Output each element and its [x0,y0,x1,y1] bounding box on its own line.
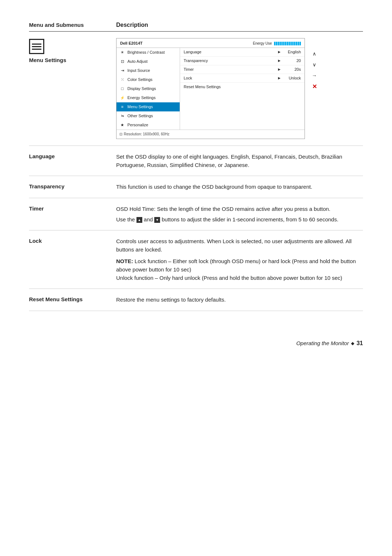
osd-menu-item-input[interactable]: ⇥ Input Source [117,66,180,75]
menu-line-1 [32,44,41,45]
osd-item-label: Energy Settings [127,95,156,101]
osd-right-label: Timer [184,66,276,73]
osd-menu-item-display[interactable]: □ Display Settings [117,84,180,93]
energy-block [278,42,279,45]
osd-title-bar: Dell E2014T Energy Use [117,38,305,48]
timer-menu-cell: Timer [29,198,116,230]
energy-block [287,42,288,45]
table-row: Transparency This function is used to ch… [29,176,363,198]
osd-right-spacer [180,91,305,106]
energy-block [289,42,290,45]
transparency-desc-cell: This function is used to change the OSD … [116,176,363,198]
osd-right-row-language: Language ▶ English [180,48,305,57]
nav-right-arrow[interactable]: → [309,71,319,81]
nav-arrows: ∧ ∨ → ✕ [309,49,319,92]
color-icon: ⁙ [119,77,125,83]
lock-desc-cell: Controls user access to adjustments. Whe… [116,230,363,289]
osd-item-label: Display Settings [127,86,156,92]
osd-right-value: 20 [283,58,301,64]
osd-right-label: Language [184,49,276,55]
language-desc-cell: Set the OSD display to one of eight lang… [116,146,363,176]
osd-menu-item-personalize[interactable]: ★ Personalize [117,120,180,130]
lock-menu-cell: Lock [29,230,116,289]
osd-menu-item-brightness[interactable]: ☀ Brightness / Contrast [117,48,180,57]
energy-block [283,42,285,45]
content-table: Menu Settings Dell E2014T Energy Use [29,32,363,311]
table-row: Reset Menu Settings Restore the menu set… [29,289,363,311]
energy-icon: ⚡ [119,95,125,101]
energy-blocks [274,42,301,45]
menu-icon: ≡ [119,104,125,110]
osd-container: Dell E2014T Energy Use [116,38,305,139]
energy-block [279,42,281,45]
transparency-menu-cell: Transparency [29,176,116,198]
osd-title: Dell E2014T [120,40,143,46]
energy-block [276,42,277,45]
osd-menu-item-menu[interactable]: ≡ Menu Settings [117,102,180,111]
lock-desc-p1: Controls user access to adjustments. Whe… [116,237,363,254]
energy-label: Energy Use [253,41,272,46]
timer-desc-line2: Use the ▲ and ▼ buttons to adjust the sl… [116,215,363,224]
table-row: Timer OSD Hold Time: Sets the length of … [29,198,363,230]
page-footer: Operating the Monitor ◆ 31 [29,340,363,347]
nav-up-arrow[interactable]: ∧ [309,49,319,59]
input-icon: ⇥ [119,68,125,74]
osd-right-arrow: ▶ [278,50,281,55]
osd-right-label: Reset Menu Settings [184,84,301,90]
osd-item-label: Other Settings [127,113,153,119]
table-header: Menu and Submenus Description [29,22,363,32]
osd-right-row-lock: Lock ▶ Unlock [180,74,305,83]
osd-item-label: Auto Adjust [127,58,148,65]
monitor-icon: ⊡ [119,131,122,137]
osd-right-panel: Language ▶ English Transparency ▶ 20 [180,48,305,130]
table-row: Menu Settings Dell E2014T Energy Use [29,32,363,146]
note-bold: NOTE: [116,258,133,264]
star-icon: ★ [119,122,125,128]
osd-menu-item-color[interactable]: ⁙ Color Settings [117,75,180,84]
header-desc-col: Description [116,22,363,28]
osd-right-label: Lock [184,75,276,81]
osd-box: Dell E2014T Energy Use [116,38,305,139]
osd-body: ☀ Brightness / Contrast ⊡ Auto Adjust ⇥ … [117,48,305,130]
language-menu-cell: Language [29,146,116,176]
osd-item-label: Input Source [127,68,150,74]
auto-icon: ⊡ [119,58,125,65]
osd-menu-item-other[interactable]: ≒ Other Settings [117,111,180,120]
brightness-icon: ☀ [119,49,125,56]
osd-right-row-transparency: Transparency ▶ 20 [180,57,305,65]
energy-block [299,42,301,45]
down-arrow-icon: ▼ [154,217,160,223]
energy-block [294,42,295,45]
energy-block [296,42,297,45]
nav-down-arrow[interactable]: ∨ [309,60,319,70]
osd-menu-item-energy[interactable]: ⚡ Energy Settings [117,93,180,102]
osd-item-label: Menu Settings [127,104,153,110]
osd-footer: ⊡ Resolution: 1600x900, 60Hz [117,130,305,139]
diamond-icon: ◆ [351,341,354,346]
osd-right-row-timer: Timer ▶ 20s [180,65,305,74]
menu-line-3 [32,49,41,50]
reset-menu-cell: Reset Menu Settings [29,289,116,311]
osd-item-label: Color Settings [127,77,152,83]
table-row: Language Set the OSD display to one of e… [29,146,363,176]
page-number: 31 [356,340,363,347]
up-arrow-icon: ▲ [136,217,142,223]
header-menu-col: Menu and Submenus [29,22,116,28]
energy-block [274,42,275,45]
reset-desc-cell: Restore the menu settings to factory def… [116,289,363,311]
display-icon: □ [119,86,125,92]
energy-block [290,42,292,45]
osd-right-arrow: ▶ [278,67,281,72]
osd-item-label: Brightness / Contrast [127,49,165,56]
osd-right-arrow: ▶ [278,76,281,81]
menu-settings-icon [29,39,44,54]
osd-footer-text: Resolution: 1600x900, 60Hz [124,131,170,137]
table-row: Lock Controls user access to adjustments… [29,230,363,289]
osd-menu-item-auto[interactable]: ⊡ Auto Adjust [117,57,180,66]
other-icon: ≒ [119,113,125,119]
osd-screenshot-cell: Dell E2014T Energy Use [116,32,363,146]
timer-desc-cell: OSD Hold Time: Sets the length of time t… [116,198,363,230]
nav-close-arrow[interactable]: ✕ [309,82,319,92]
osd-right-arrow: ▶ [278,58,281,64]
osd-right-value: English [283,49,301,55]
